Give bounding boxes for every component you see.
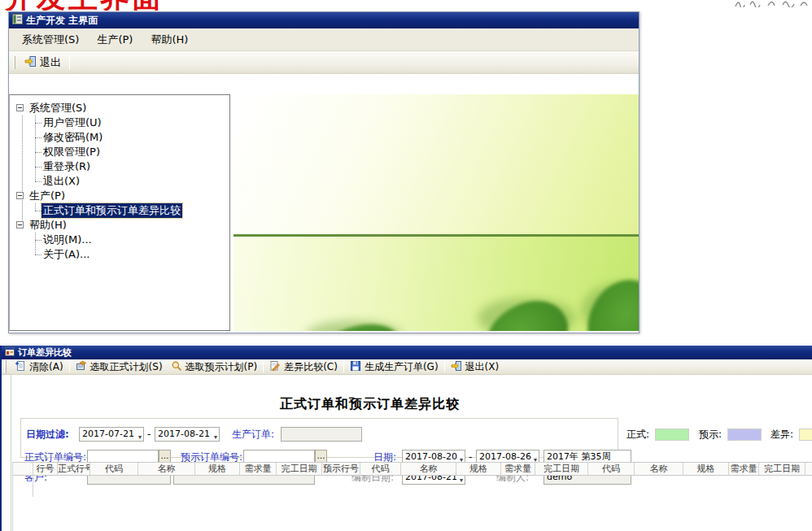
picture-lower-area (234, 237, 639, 331)
comparison-window-title: 订单差异比较 (18, 346, 72, 359)
menu-production[interactable]: 生产(P) (94, 31, 136, 49)
grid-col-name2[interactable]: 名称 (400, 463, 456, 475)
select-formal-plan-button[interactable]: 选取正式计划(S) (72, 360, 167, 374)
exit-button[interactable]: 退出 (20, 54, 66, 72)
exit-door-icon (451, 360, 462, 374)
grid-col-spec2[interactable]: 规格 (456, 463, 500, 475)
grid-col-forecast-row-no[interactable]: 预示行号 (321, 463, 360, 475)
legend-forecast-label: 预示: (699, 427, 722, 442)
grid-col-spec3[interactable]: 规格 (683, 463, 728, 475)
tree-node-change-password[interactable]: 修改密码(M) (10, 130, 229, 145)
grid-selector-divider (33, 476, 33, 497)
main-toolbar: 退出 (9, 51, 639, 74)
grid-col-finish-date2[interactable]: 完工日期 (535, 463, 587, 475)
grid-col-cut (805, 463, 812, 475)
main-window-icon (12, 14, 23, 27)
tree-node-relogin[interactable]: 重登录(R) (10, 159, 229, 174)
menu-help[interactable]: 帮助(H) (147, 31, 191, 49)
grid-col-code[interactable]: 代码 (89, 463, 138, 475)
legend-diff-swatch (799, 429, 812, 441)
toolbar-separator (343, 361, 344, 372)
toolbar-separator (69, 55, 70, 70)
grid-col-code3[interactable]: 代码 (587, 463, 634, 475)
search-magnifier-icon (171, 360, 182, 374)
main-window-titlebar[interactable]: 生产开发 主界面 (9, 12, 639, 28)
main-window: 生产开发 主界面 系统管理(S) 生产(P) 帮助(H) 退出 系统管理(S) (8, 11, 640, 333)
grid-col-code2[interactable]: 代码 (360, 463, 400, 475)
toolbar-grip (13, 56, 15, 69)
exit-door-icon (24, 55, 37, 70)
main-window-title: 生产开发 主界面 (26, 14, 98, 28)
tree-node-permission-management[interactable]: 权限管理(P) (10, 145, 229, 159)
collapse-icon[interactable] (16, 192, 24, 199)
main-menubar: 系统管理(S) 生产(P) 帮助(H) (9, 28, 639, 51)
menu-system-management[interactable]: 系统管理(S) (19, 31, 82, 49)
tree-node-about[interactable]: 关于(A)... (10, 247, 229, 262)
tree-node-help[interactable]: 帮助(H) (10, 218, 229, 233)
tree-node-user-management[interactable]: 用户管理(U) (10, 115, 229, 130)
grid-header-row: 行号 正式行号 代码 名称 规格 需求量 完工日期 预示行号 代码 名称 规格 … (12, 462, 812, 476)
select-forecast-plan-button[interactable]: 选取预示计划(P) (167, 360, 262, 374)
grid-col-finish-date[interactable]: 完工日期 (276, 463, 321, 475)
select-formal-plan-icon (76, 360, 87, 374)
clear-button[interactable]: 清除(A) (11, 360, 68, 374)
grid-col-name3[interactable]: 名称 (634, 463, 683, 475)
comparison-content: 正式订单和预示订单差异比较 日期过滤: 2017-07-21▾ - 2017-0… (2, 375, 812, 531)
comparison-window-titlebar[interactable]: 订单差异比较 (2, 346, 812, 359)
page-title: 正式订单和预示订单差异比较 (2, 396, 738, 413)
grid-left-border (12, 476, 13, 531)
tree-node-instructions[interactable]: 说明(M)... (10, 233, 229, 247)
legend-formal-label: 正式: (626, 427, 649, 442)
generate-order-button[interactable]: 生成生产订单(G) (346, 360, 443, 374)
toolbar-separator (263, 361, 264, 372)
toolbar-grip (4, 360, 7, 373)
tree-node-order-comparison[interactable]: 正式订单和预示订单差异比较 (10, 203, 229, 218)
grid-col-finish-date3[interactable]: 完工日期 (758, 463, 805, 475)
grid-col-selector[interactable] (12, 463, 33, 475)
grid-col-formal-row-no[interactable]: 正式行号 (57, 463, 89, 475)
clear-page-icon (15, 360, 26, 374)
exit-button[interactable]: 退出(X) (447, 360, 504, 374)
legend-forecast-swatch (727, 429, 762, 441)
save-disk-icon (350, 360, 361, 374)
grid-col-demand[interactable]: 需求量 (239, 463, 276, 475)
cropped-red-heading: 开发主界面 (5, 0, 220, 11)
order-comparison-window: 订单差异比较 清除(A) 选取正式计划(S) 选取预示计划(P) (0, 346, 812, 531)
grid-col-demand2[interactable]: 需求量 (500, 463, 535, 475)
tree-node-production[interactable]: 生产(P) (10, 189, 229, 203)
grid-col-spec[interactable]: 规格 (194, 463, 239, 475)
cut-off-annotation-icon (732, 0, 810, 7)
legend-diff-label: 差异: (771, 427, 793, 442)
grid-col-name[interactable]: 名称 (138, 463, 194, 475)
grid-col-demand3[interactable]: 需求量 (728, 463, 758, 475)
compare-button[interactable]: 差异比较(C) (265, 360, 342, 374)
background-picture (234, 94, 639, 331)
edit-compare-icon (269, 360, 281, 374)
tree-node-exit[interactable]: 退出(X) (10, 174, 229, 189)
collapse-icon[interactable] (16, 104, 24, 111)
grid-col-row-no[interactable]: 行号 (33, 463, 57, 475)
comparison-toolbar: 清除(A) 选取正式计划(S) 选取预示计划(P) 差异比较(C) (2, 359, 812, 375)
navigation-tree: 系统管理(S) 用户管理(U) 修改密码(M) 权限管理(P) 重登录(R) 退… (9, 94, 230, 331)
collapse-icon[interactable] (16, 221, 24, 229)
main-content: 系统管理(S) 用户管理(U) 修改密码(M) 权限管理(P) 重登录(R) 退… (9, 75, 639, 333)
toolbar-separator (444, 361, 445, 372)
tree-node-system-management[interactable]: 系统管理(S) (10, 101, 229, 115)
legend-formal-swatch (655, 429, 689, 441)
comparison-window-icon (5, 346, 15, 359)
toolbar-separator (69, 361, 70, 372)
